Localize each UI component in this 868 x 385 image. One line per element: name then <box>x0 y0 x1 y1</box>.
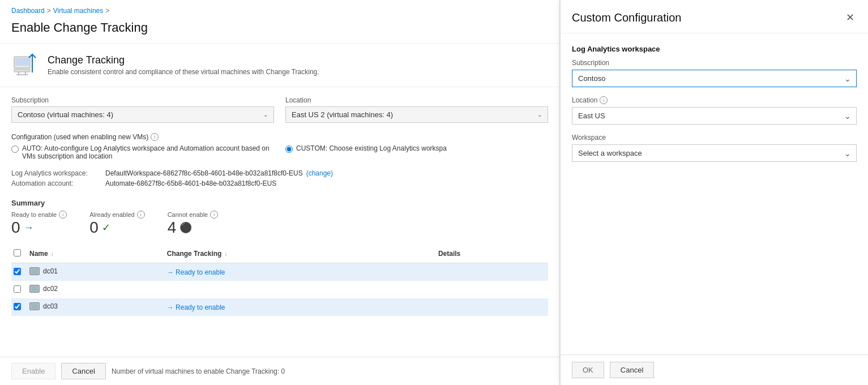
status-badge: → Ready to enable <box>167 268 434 276</box>
ready-arrow-icon: → <box>24 222 34 234</box>
custom-config-label: CUSTOM: Choose existing Log Analytics wo… <box>296 144 447 152</box>
status-badge: → Ready to enable <box>167 303 434 311</box>
details-header[interactable]: Details <box>436 245 548 263</box>
left-panel: Dashboard > Virtual machines > Enable Ch… <box>0 0 560 385</box>
panel-location-label: Location i <box>572 96 857 104</box>
breadcrumb-dashboard[interactable]: Dashboard <box>11 7 45 15</box>
panel-location-select[interactable]: East US <box>572 107 857 125</box>
already-check-icon: ✓ <box>102 221 110 234</box>
table-row: dc01 → Ready to enable <box>11 263 548 281</box>
panel-location-group: Location i East US <box>572 96 857 125</box>
vm-table: Name ↕ Change Tracking ↕ Details dc01 <box>11 245 548 316</box>
footer-note: Number of virtual machines to enable Cha… <box>112 367 285 375</box>
vm-name-cell: dc02 <box>27 281 165 298</box>
vm-icon <box>29 302 40 310</box>
panel-workspace-label: Workspace <box>572 134 857 142</box>
panel-title: Custom Configuration <box>572 11 681 24</box>
location-value: East US 2 (virtual machines: 4) <box>292 110 393 119</box>
ok-button[interactable]: OK <box>572 362 604 378</box>
table-row: dc03 → Ready to enable <box>11 298 548 316</box>
row-checkbox[interactable] <box>14 285 21 293</box>
cannot-block-icon: ⚫ <box>179 221 192 234</box>
vm-icon <box>29 267 40 275</box>
enable-button[interactable]: Enable <box>11 363 55 379</box>
custom-config-option[interactable]: CUSTOM: Choose existing Log Analytics wo… <box>285 144 548 153</box>
cannot-enable-item: Cannot enable i 4 ⚫ <box>168 211 219 237</box>
ready-to-enable-item: Ready to enable i 0 → <box>11 211 67 237</box>
subscription-label: Subscription <box>11 96 274 104</box>
log-analytics-value: DefaultWorkspace-68627f8c-65b8-4601-b48e… <box>105 169 303 177</box>
info-section: Log Analytics workspace: DefaultWorkspac… <box>0 166 559 195</box>
details-cell <box>436 263 548 281</box>
feature-title: Change Tracking <box>48 54 319 66</box>
footer: Enable Cancel Number of virtual machines… <box>0 357 559 385</box>
auto-config-option[interactable]: AUTO: Auto-configure Log Analytics works… <box>11 144 274 160</box>
panel-subscription-select-wrapper: Contoso <box>572 70 857 87</box>
panel-subscription-group: Subscription Contoso <box>572 59 857 87</box>
select-all-checkbox[interactable] <box>14 249 21 256</box>
already-info-icon[interactable]: i <box>137 211 145 219</box>
change-tracking-header[interactable]: Change Tracking ↕ <box>165 245 436 263</box>
breadcrumb-virtual-machines[interactable]: Virtual machines <box>53 7 104 15</box>
ct-sort-icon: ↕ <box>225 251 228 257</box>
svg-rect-2 <box>14 69 30 72</box>
vm-icon <box>29 285 40 293</box>
ready-info-icon[interactable]: i <box>59 211 67 219</box>
auto-config-label: AUTO: Auto-configure Log Analytics works… <box>22 144 274 160</box>
cannot-count: 4 ⚫ <box>168 219 219 237</box>
panel-subscription-label: Subscription <box>572 59 857 67</box>
location-select[interactable]: East US 2 (virtual machines: 4) ⌄ <box>285 106 548 123</box>
ready-label: Ready to enable i <box>11 211 67 219</box>
row-checkbox[interactable] <box>14 268 21 275</box>
change-tracking-status-cell: → Ready to enable <box>165 263 436 281</box>
page-title: Enable Change Tracking <box>0 18 559 43</box>
panel-location-info-icon[interactable]: i <box>600 96 608 104</box>
log-analytics-row: Log Analytics workspace: DefaultWorkspac… <box>11 169 548 177</box>
cannot-label: Cannot enable i <box>168 211 219 219</box>
change-tracking-status-cell: → Ready to enable <box>165 298 436 316</box>
log-analytics-key: Log Analytics workspace: <box>11 169 102 177</box>
cannot-info-icon[interactable]: i <box>210 211 218 219</box>
panel-section-title: Log Analytics workspace <box>572 45 857 53</box>
details-cell <box>436 281 548 298</box>
summary-row: Ready to enable i 0 → Already enabled i … <box>11 211 548 237</box>
table-row: dc02 <box>11 281 548 298</box>
feature-header: Change Tracking Enable consistent contro… <box>0 43 559 87</box>
panel-location-select-wrapper: East US <box>572 107 857 125</box>
breadcrumb-sep1: > <box>47 7 51 15</box>
details-cell <box>436 298 548 316</box>
automation-value: Automate-68627f8c-65b8-4601-b48e-b032a81… <box>105 179 276 187</box>
panel-header: Custom Configuration ✕ <box>561 0 868 33</box>
close-button[interactable]: ✕ <box>844 9 857 26</box>
config-options: AUTO: Auto-configure Log Analytics works… <box>11 144 548 160</box>
panel-workspace-group: Workspace Select a workspace <box>572 134 857 162</box>
config-info-icon[interactable]: i <box>151 133 159 141</box>
subscription-chevron-icon: ⌄ <box>263 112 268 118</box>
vm-name-cell: dc03 <box>27 298 165 316</box>
name-header[interactable]: Name ↕ <box>27 245 165 263</box>
feature-info: Change Tracking Enable consistent contro… <box>48 54 319 76</box>
vm-name-cell: dc01 <box>27 263 165 281</box>
log-analytics-change-link[interactable]: (change) <box>306 169 333 177</box>
breadcrumb: Dashboard > Virtual machines > <box>0 0 559 18</box>
feature-description: Enable consistent control and compliance… <box>48 68 319 76</box>
panel-footer: OK Cancel <box>561 354 868 385</box>
auto-config-radio[interactable] <box>11 146 19 153</box>
location-chevron-icon: ⌄ <box>537 112 542 118</box>
custom-config-radio[interactable] <box>285 146 293 153</box>
row-checkbox[interactable] <box>14 303 21 310</box>
panel-workspace-select[interactable]: Select a workspace <box>572 144 857 162</box>
name-sort-icon: ↕ <box>51 251 54 257</box>
panel-cancel-button[interactable]: Cancel <box>610 362 654 378</box>
subscription-select[interactable]: Contoso (virtual machines: 4) ⌄ <box>11 106 274 123</box>
already-enabled-item: Already enabled i 0 ✓ <box>89 211 145 237</box>
summary-title: Summary <box>11 199 548 207</box>
subscription-location-row: Subscription Contoso (virtual machines: … <box>0 87 559 127</box>
right-panel: Custom Configuration ✕ Log Analytics wor… <box>560 0 868 385</box>
panel-subscription-select[interactable]: Contoso <box>572 70 857 87</box>
cancel-button[interactable]: Cancel <box>61 363 105 379</box>
svg-rect-1 <box>15 58 29 66</box>
config-section: Configuration (used when enabling new VM… <box>0 127 559 166</box>
config-label: Configuration (used when enabling new VM… <box>11 133 548 141</box>
location-label: Location <box>285 96 548 104</box>
